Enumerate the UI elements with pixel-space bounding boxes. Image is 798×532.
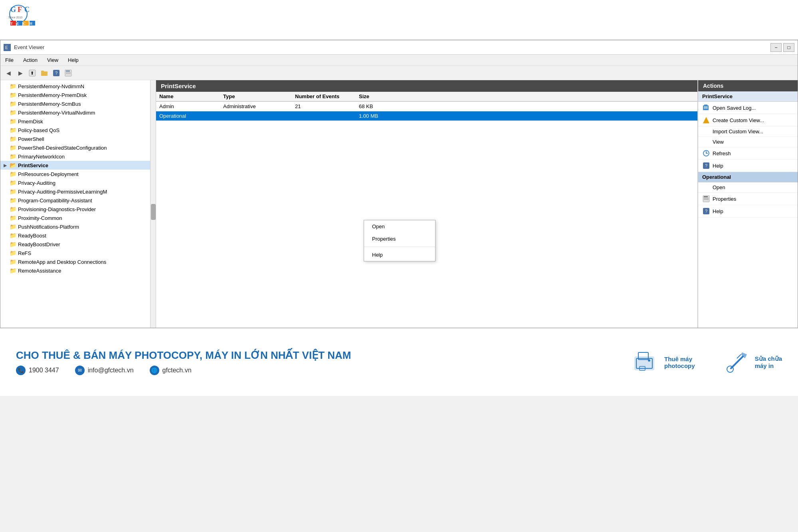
action-label: Open bbox=[713, 184, 725, 190]
folder-button[interactable] bbox=[39, 68, 50, 78]
action-help-printservice[interactable]: ? Help bbox=[698, 160, 798, 172]
svg-text:?: ? bbox=[705, 163, 707, 168]
up-button[interactable]: ⬆ bbox=[27, 68, 38, 78]
tree-item[interactable]: 📁 Proximity-Common bbox=[0, 214, 156, 222]
window-icon: E bbox=[4, 44, 11, 51]
tree-item[interactable]: 📁 RemoteApp and Desktop Connections bbox=[0, 257, 156, 266]
action-operational-help[interactable]: ? Help bbox=[698, 205, 798, 218]
menu-bar: File Action View Help bbox=[0, 55, 798, 66]
action-operational-properties[interactable]: Properties bbox=[698, 193, 798, 205]
col-events-header: Number of Events bbox=[295, 93, 359, 99]
action-view[interactable]: View bbox=[698, 137, 798, 147]
create-custom-view-icon bbox=[702, 116, 710, 124]
tree-item-label: Privacy-Auditing-PermissiveLearningM bbox=[18, 189, 107, 195]
folder-icon: 📁 bbox=[9, 224, 16, 229]
tree-item[interactable]: 📁 PowerShell bbox=[0, 134, 156, 143]
col-name-header: Name bbox=[159, 93, 223, 99]
service-photocopy: Thuê máyphotocopy bbox=[632, 348, 695, 376]
tree-scrollbar[interactable] bbox=[150, 80, 156, 328]
svg-rect-24 bbox=[66, 73, 71, 74]
tree-item[interactable]: 📁 Program-Compatibility-Assistant bbox=[0, 196, 156, 205]
tree-item[interactable]: 📁 PushNotifications-Platform bbox=[0, 222, 156, 231]
tree-item[interactable]: 📁 Privacy-Auditing-PermissiveLearningM bbox=[0, 187, 156, 196]
action-open-saved-log[interactable]: Open Saved Log... bbox=[698, 102, 798, 114]
menu-help[interactable]: Help bbox=[63, 56, 83, 64]
expand-arrow: ▶ bbox=[4, 163, 9, 168]
action-create-custom-view[interactable]: Create Custom View... bbox=[698, 114, 798, 127]
photocopy-icon bbox=[632, 348, 660, 376]
maximize-button[interactable]: □ bbox=[783, 43, 794, 52]
folder-icon: 📁 bbox=[9, 189, 16, 194]
menu-file[interactable]: File bbox=[0, 56, 18, 64]
properties-button[interactable] bbox=[63, 68, 74, 78]
banner-contacts: 📞 1900 3447 ✉ info@gfctech.vn 🌐 gfctech.… bbox=[16, 366, 632, 375]
tree-item-printservice[interactable]: ▶ 📂 PrintService bbox=[0, 161, 156, 170]
event-viewer-window: E Event Viewer − □ File Action View Help… bbox=[0, 40, 798, 328]
tree-item[interactable]: 📁 Policy-based QoS bbox=[0, 126, 156, 134]
tree-item-label: Provisioning-Diagnostics-Provider bbox=[18, 206, 96, 212]
window-controls: − □ bbox=[770, 43, 794, 52]
tree-item[interactable]: 📁 PmemDisk bbox=[0, 117, 156, 126]
minimize-button[interactable]: − bbox=[770, 43, 782, 52]
tree-item-label: PersistentMemory-NvdimmN bbox=[18, 83, 84, 89]
action-refresh[interactable]: Refresh bbox=[698, 147, 798, 160]
svg-rect-26 bbox=[704, 105, 707, 106]
menu-view[interactable]: View bbox=[42, 56, 63, 64]
tree-item-label: PersistentMemory-VirtualNvdimm bbox=[18, 110, 95, 116]
svg-point-45 bbox=[727, 366, 733, 372]
svg-marker-29 bbox=[703, 117, 709, 123]
context-menu-separator bbox=[364, 247, 435, 247]
help-icon: ? bbox=[702, 162, 710, 170]
table-row-operational[interactable]: Operational Operational 148 1.00 MB bbox=[156, 111, 697, 121]
tree-item[interactable]: 📁 Privacy-Auditing bbox=[0, 178, 156, 187]
svg-text:E: E bbox=[17, 22, 19, 26]
svg-text:?: ? bbox=[55, 71, 57, 75]
action-label: View bbox=[713, 139, 724, 145]
action-operational-open[interactable]: Open bbox=[698, 182, 798, 193]
tree-item[interactable]: 📁 PersistentMemory-VirtualNvdimm bbox=[0, 108, 156, 117]
tree-item[interactable]: 📁 ReadyBoostDriver bbox=[0, 240, 156, 249]
svg-text:Since 2010: Since 2010 bbox=[8, 16, 22, 19]
tree-item-label: PrimaryNetworkIcon bbox=[18, 154, 65, 160]
center-panel: PrintService Name Type Number of Events … bbox=[156, 80, 698, 328]
context-menu-properties[interactable]: Properties bbox=[364, 233, 435, 245]
folder-icon: 📁 bbox=[9, 83, 16, 89]
svg-rect-27 bbox=[704, 107, 708, 107]
svg-rect-35 bbox=[704, 198, 709, 198]
forward-button[interactable]: ▶ bbox=[15, 68, 26, 78]
tree-item[interactable]: 📁 PrimaryNetworkIcon bbox=[0, 152, 156, 161]
tree-item[interactable]: 📁 ReadyBoost bbox=[0, 231, 156, 240]
tree-item[interactable]: 📁 PersistentMemory-NvdimmN bbox=[0, 82, 156, 91]
tree-item[interactable]: 📁 Provisioning-Diagnostics-Provider bbox=[0, 205, 156, 214]
folder-icon: 📁 bbox=[9, 101, 16, 107]
logo-bar: G F C Since 2010 T E C H bbox=[0, 0, 798, 40]
tree-item[interactable]: 📁 ReFS bbox=[0, 249, 156, 257]
tree-item-label: ReadyBoostDriver bbox=[18, 241, 60, 247]
service-repair-label: Sửa chữamáy in bbox=[755, 355, 782, 369]
action-import-custom-view[interactable]: Import Custom View... bbox=[698, 127, 798, 137]
scrollbar-thumb[interactable] bbox=[151, 204, 156, 220]
tree-item[interactable]: 📁 PowerShell-DesiredStateConfiguration bbox=[0, 143, 156, 152]
svg-text:G: G bbox=[10, 6, 16, 14]
website-url: gfctech.vn bbox=[162, 367, 192, 374]
folder-icon: 📁 bbox=[9, 259, 16, 265]
help-button[interactable]: ? bbox=[51, 68, 62, 78]
bottom-banner: CHO THUÊ & BÁN MÁY PHOTOCOPY, MÁY IN LỚN… bbox=[0, 328, 798, 396]
tree-item[interactable]: 📁 PriResources-Deployment bbox=[0, 170, 156, 178]
context-menu-help[interactable]: Help bbox=[364, 249, 435, 261]
folder-icon: 📁 bbox=[9, 250, 16, 256]
tree-item[interactable]: 📁 PersistentMemory-ScmBus bbox=[0, 99, 156, 108]
svg-rect-34 bbox=[704, 196, 708, 197]
context-menu-open[interactable]: Open bbox=[364, 220, 435, 233]
context-menu: Open Properties Help bbox=[364, 220, 436, 261]
menu-action[interactable]: Action bbox=[18, 56, 42, 64]
tree-item[interactable]: 📁 RemoteAssistance bbox=[0, 266, 156, 275]
open-saved-log-icon bbox=[702, 104, 710, 112]
service-repair: Sửa chữamáy in bbox=[723, 348, 782, 376]
svg-rect-36 bbox=[704, 199, 709, 200]
table-row-admin[interactable]: Admin Administrative 21 68 KB bbox=[156, 102, 697, 111]
action-label: Properties bbox=[713, 196, 736, 202]
folder-icon: 📁 bbox=[9, 171, 16, 177]
tree-item[interactable]: 📁 PersistentMemory-PmemDisk bbox=[0, 91, 156, 99]
back-button[interactable]: ◀ bbox=[3, 68, 14, 78]
